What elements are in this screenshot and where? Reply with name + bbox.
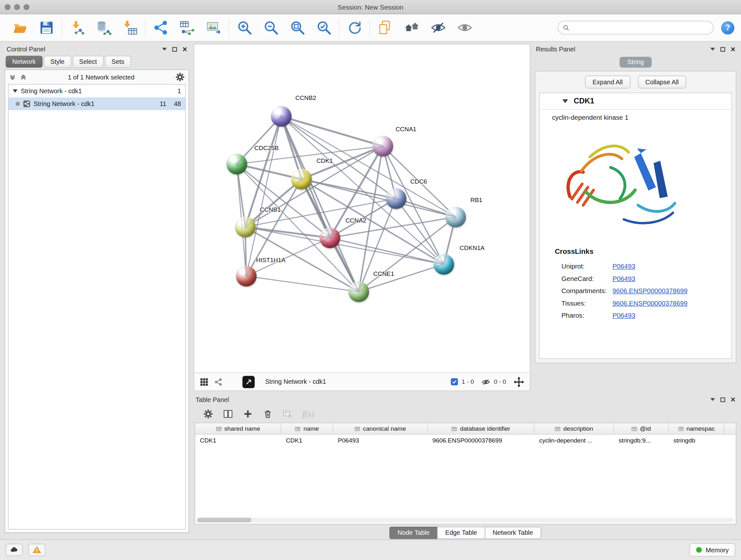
crosslink-link[interactable]: P06493 bbox=[612, 274, 635, 282]
tab-style[interactable]: Style bbox=[44, 56, 71, 68]
first-neighbors-icon[interactable] bbox=[403, 18, 421, 37]
column-header-canonical-name[interactable]: canonical name bbox=[333, 423, 428, 434]
network-selection-summary: 1 of 1 Network selected bbox=[30, 73, 172, 80]
refresh-icon[interactable] bbox=[346, 18, 363, 37]
node-CCNB2[interactable] bbox=[271, 106, 292, 127]
birds-eye-view-icon[interactable] bbox=[243, 376, 255, 388]
collection-count: 1 bbox=[178, 87, 181, 95]
node-label-CDC6: CDC6 bbox=[410, 178, 427, 185]
column-header-name[interactable]: name bbox=[281, 423, 333, 434]
collapse-all-button[interactable]: Collapse All bbox=[638, 76, 686, 88]
move-view-icon[interactable] bbox=[514, 377, 524, 387]
panel-menu-icon[interactable] bbox=[162, 48, 167, 51]
zoom-selected-icon[interactable] bbox=[315, 18, 333, 37]
node-label-HIST1H1A: HIST1H1A bbox=[256, 256, 286, 263]
tab-sets[interactable]: Sets bbox=[105, 56, 131, 68]
zoom-fit-icon[interactable] bbox=[288, 18, 306, 37]
table-cell: 9606.ENSP00000378699 bbox=[428, 437, 535, 444]
grid-view-icon[interactable] bbox=[200, 377, 208, 386]
import-table-file-icon[interactable] bbox=[121, 18, 139, 37]
show-columns-icon[interactable] bbox=[223, 409, 233, 419]
collapse-section-icon[interactable] bbox=[562, 99, 568, 103]
float-panel-icon[interactable] bbox=[172, 47, 177, 52]
zoom-out-icon[interactable] bbox=[262, 18, 280, 37]
string-results-body: Expand All Collapse All CDK1 cyclin-depe… bbox=[535, 71, 736, 363]
network-collection-row[interactable]: String Network - cdk1 1 bbox=[9, 84, 185, 98]
tab-edge-table[interactable]: Edge Table bbox=[437, 526, 485, 539]
import-network-database-icon[interactable] bbox=[94, 18, 112, 37]
close-window-icon[interactable] bbox=[5, 4, 10, 10]
network-row-selected[interactable]: String Network - cdk1 11 48 bbox=[9, 98, 185, 110]
node-label-CDC25B: CDC25B bbox=[254, 144, 279, 151]
tab-string[interactable]: String bbox=[620, 57, 652, 68]
selected-nodes-icon[interactable] bbox=[451, 378, 458, 385]
hidden-elements-icon[interactable] bbox=[482, 377, 490, 386]
export-image-icon[interactable] bbox=[205, 18, 222, 37]
table-row[interactable]: CDK1CDK1P064939606.ENSP00000378699cyclin… bbox=[195, 435, 736, 446]
column-header-@id[interactable]: @id bbox=[614, 423, 669, 434]
cloud-status-icon[interactable] bbox=[6, 544, 23, 556]
collapse-all-tree-icon[interactable] bbox=[9, 73, 16, 80]
node-RB1[interactable] bbox=[445, 206, 466, 227]
crosslink-link[interactable]: P06493 bbox=[612, 262, 635, 270]
zoom-in-icon[interactable] bbox=[235, 18, 253, 37]
save-session-icon[interactable] bbox=[37, 18, 55, 37]
node-CCNE1[interactable] bbox=[348, 281, 369, 302]
horizontal-scrollbar[interactable] bbox=[197, 517, 734, 522]
panel-menu-icon[interactable] bbox=[711, 48, 715, 51]
delete-column-icon[interactable] bbox=[263, 409, 273, 419]
tab-network[interactable]: Network bbox=[6, 56, 43, 68]
tab-node-table[interactable]: Node Table bbox=[389, 526, 437, 539]
crosslink-link[interactable]: 9606.ENSP00000378699 bbox=[612, 287, 687, 295]
new-network-icon[interactable] bbox=[151, 18, 170, 37]
network-view-mode-icon[interactable] bbox=[214, 377, 223, 386]
expand-all-button[interactable]: Expand All bbox=[585, 76, 630, 88]
crosslink-link[interactable]: P06493 bbox=[612, 312, 635, 319]
crosslinks-list: Uniprot:P06493GeneCard:P06493Compartment… bbox=[555, 260, 725, 321]
node-CDK1[interactable] bbox=[291, 169, 312, 190]
minimize-window-icon[interactable] bbox=[14, 4, 20, 10]
create-column-icon[interactable] bbox=[243, 409, 253, 419]
node-CCNB1[interactable] bbox=[235, 216, 256, 237]
column-header-shared-name[interactable]: shared name bbox=[195, 423, 281, 434]
table-cell: stringdb:9... bbox=[614, 437, 669, 444]
network-canvas[interactable]: CCNB2CCNA1CDC25BCDK1CDC6RB1CCNB1CCNA2CDK… bbox=[194, 44, 530, 373]
panel-menu-icon[interactable] bbox=[711, 398, 715, 401]
copy-icon[interactable] bbox=[376, 18, 394, 37]
maximize-window-icon[interactable] bbox=[23, 4, 29, 10]
collection-expand-icon[interactable] bbox=[13, 89, 17, 92]
warning-icon[interactable] bbox=[28, 544, 45, 556]
tab-network-table[interactable]: Network Table bbox=[485, 526, 541, 539]
protein-card-header[interactable]: CDK1 bbox=[540, 93, 731, 110]
tab-select[interactable]: Select bbox=[72, 56, 104, 68]
node-CDKN1A[interactable] bbox=[433, 254, 454, 274]
scrollbar-thumb[interactable] bbox=[197, 517, 252, 522]
open-session-icon[interactable] bbox=[11, 18, 29, 37]
node-CCNA2[interactable] bbox=[320, 227, 340, 248]
close-panel-icon[interactable]: × bbox=[731, 45, 736, 53]
network-from-table-icon[interactable] bbox=[178, 18, 196, 37]
hide-selected-icon[interactable] bbox=[429, 18, 447, 37]
close-panel-icon[interactable]: × bbox=[183, 45, 187, 53]
node-CCNA1[interactable] bbox=[373, 136, 393, 157]
node-HIST1H1A[interactable] bbox=[236, 266, 257, 287]
node-CDC6[interactable] bbox=[386, 188, 406, 209]
memory-button[interactable]: Memory bbox=[690, 543, 735, 557]
float-panel-icon[interactable] bbox=[720, 397, 725, 402]
search-input[interactable] bbox=[557, 21, 714, 35]
import-network-file-icon[interactable] bbox=[68, 18, 86, 37]
application-window: Session: New Session bbox=[0, 0, 741, 560]
expand-all-tree-icon[interactable] bbox=[20, 73, 27, 80]
search-field[interactable] bbox=[572, 24, 708, 31]
close-panel-icon[interactable]: × bbox=[731, 395, 736, 403]
column-header-database-identifier[interactable]: database identifier bbox=[428, 423, 535, 434]
crosslink-link[interactable]: 9606.ENSP00000378699 bbox=[612, 299, 687, 307]
network-options-gear-icon[interactable] bbox=[175, 72, 185, 82]
table-options-gear-icon[interactable] bbox=[203, 409, 213, 419]
show-all-icon[interactable] bbox=[456, 18, 474, 37]
help-icon[interactable]: ? bbox=[721, 21, 734, 34]
node-CDC25B[interactable] bbox=[226, 153, 247, 174]
float-panel-icon[interactable] bbox=[720, 47, 725, 52]
column-header-namespac[interactable]: namespac bbox=[669, 423, 724, 434]
column-header-description[interactable]: description bbox=[535, 423, 614, 434]
